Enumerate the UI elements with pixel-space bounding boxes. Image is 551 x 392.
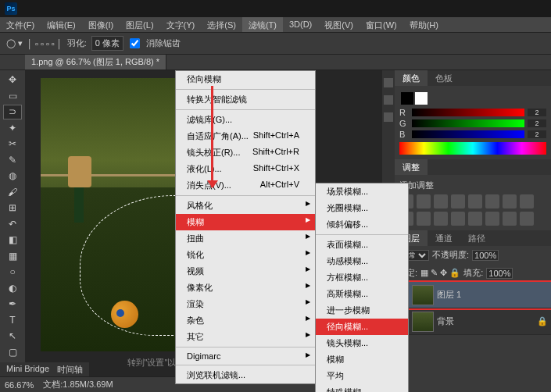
blur-average[interactable]: 平均 xyxy=(316,368,408,384)
adj-icon[interactable] xyxy=(417,212,431,226)
filter-browse[interactable]: 浏览联机滤镜... xyxy=(176,367,315,383)
adj-icon[interactable] xyxy=(451,212,465,226)
lasso-tool[interactable]: ⊃ xyxy=(3,105,22,119)
filter-adaptive[interactable]: 自适应广角(A)...Shift+Ctrl+A xyxy=(176,128,315,144)
adj-icon[interactable] xyxy=(485,212,499,226)
menu-view[interactable]: 视图(V) xyxy=(318,17,360,32)
swatches-tab[interactable]: 色板 xyxy=(428,70,460,86)
blur-radial[interactable]: 径向模糊... xyxy=(316,319,408,335)
blur-box[interactable]: 方框模糊... xyxy=(316,269,408,286)
heal-tool[interactable]: ◍ xyxy=(3,169,22,184)
crop-tool[interactable]: ✂ xyxy=(3,137,22,151)
eraser-tool[interactable]: ◧ xyxy=(3,233,22,248)
filter-liquify[interactable]: 液化(L)...Shift+Ctrl+X xyxy=(176,161,315,177)
filter-render[interactable]: 渲染 xyxy=(176,296,315,312)
marquee-tool[interactable]: ▭ xyxy=(3,89,22,104)
type-tool[interactable]: T xyxy=(3,313,22,328)
filter-last[interactable]: 径向模糊 xyxy=(176,71,315,87)
blur-special[interactable]: 特殊模糊... xyxy=(316,384,408,392)
filter-smart[interactable]: 转换为智能滤镜 xyxy=(176,91,315,108)
brush-tool[interactable]: 🖌 xyxy=(3,185,22,200)
zoom-level[interactable]: 66.67% xyxy=(5,380,34,390)
filter-video[interactable]: 视频 xyxy=(176,263,315,280)
b-slider[interactable] xyxy=(412,130,524,138)
channels-tab[interactable]: 通道 xyxy=(428,230,460,246)
fill-input[interactable]: 100% xyxy=(486,268,513,279)
filter-distort[interactable]: 扭曲 xyxy=(176,230,315,247)
blur-tilt[interactable]: 倾斜偏移... xyxy=(316,216,408,233)
filter-vanish[interactable]: 消失点(V)...Alt+Ctrl+V xyxy=(176,177,315,194)
layer-1[interactable]: 👁 图层 1 xyxy=(395,282,551,308)
filter-lens[interactable]: 镜头校正(R)...Shift+Ctrl+R xyxy=(176,144,315,161)
adj-icon[interactable] xyxy=(434,212,448,226)
menu-edit[interactable]: 编辑(E) xyxy=(41,17,82,32)
antialias-checkbox[interactable] xyxy=(130,38,140,48)
filter-stylize[interactable]: 风格化 xyxy=(176,198,315,214)
adj-icon[interactable] xyxy=(503,194,517,208)
wand-tool[interactable]: ✦ xyxy=(3,121,22,136)
layer-name[interactable]: 背景 xyxy=(437,315,454,327)
dodge-tool[interactable]: ◐ xyxy=(3,281,22,296)
adj-icon[interactable] xyxy=(503,212,517,226)
color-tab[interactable]: 颜色 xyxy=(395,70,428,86)
blur-motion[interactable]: 动感模糊... xyxy=(316,253,408,269)
menu-type[interactable]: 文字(Y) xyxy=(160,17,202,32)
layer-thumb[interactable] xyxy=(412,312,434,332)
menu-file[interactable]: 文件(F) xyxy=(0,17,41,32)
stamp-tool[interactable]: ⊞ xyxy=(3,201,22,216)
menu-image[interactable]: 图像(I) xyxy=(82,17,120,32)
blur-gaussian[interactable]: 高斯模糊... xyxy=(316,286,408,302)
adj-icon[interactable] xyxy=(417,194,431,208)
menu-filter[interactable]: 滤镜(T) xyxy=(242,17,283,32)
g-value[interactable]: 2 xyxy=(528,119,546,127)
eyedropper-tool[interactable]: ✎ xyxy=(3,153,22,168)
menu-select[interactable]: 选择(S) xyxy=(201,17,242,32)
tool-preset[interactable]: ◯ ▾ xyxy=(6,38,23,48)
r-value[interactable]: 2 xyxy=(528,109,546,116)
adj-icon[interactable] xyxy=(451,194,465,208)
adj-icon[interactable] xyxy=(468,212,482,226)
fg-swatch[interactable] xyxy=(401,92,413,105)
blur-field[interactable]: 场景模糊... xyxy=(316,184,408,200)
adj-icon[interactable] xyxy=(468,194,482,208)
menu-help[interactable]: 帮助(H) xyxy=(403,17,445,32)
move-tool[interactable]: ✥ xyxy=(3,73,22,87)
shape-tool[interactable]: ▢ xyxy=(3,345,22,360)
g-slider[interactable] xyxy=(412,119,524,127)
color-spectrum[interactable] xyxy=(399,142,546,155)
mini-bridge-tab[interactable]: Mini Bridge xyxy=(6,364,49,375)
path-tool[interactable]: ↖ xyxy=(3,329,22,344)
b-value[interactable]: 2 xyxy=(528,130,546,138)
adj-icon[interactable] xyxy=(520,194,534,208)
paths-tab[interactable]: 路径 xyxy=(460,230,493,246)
blur-further[interactable]: 进一步模糊 xyxy=(316,302,408,319)
layer-thumb[interactable] xyxy=(412,285,434,305)
adj-icon[interactable] xyxy=(485,194,499,208)
menu-3d[interactable]: 3D(D) xyxy=(283,17,318,32)
blur-lens[interactable]: 镜头模糊... xyxy=(316,335,408,351)
filter-pixelate[interactable]: 像素化 xyxy=(176,280,315,296)
r-slider[interactable] xyxy=(412,109,524,116)
bg-swatch[interactable] xyxy=(415,92,428,105)
blur-iris[interactable]: 光圈模糊... xyxy=(316,200,408,216)
blur-blur[interactable]: 模糊 xyxy=(316,351,408,368)
blur-surface[interactable]: 表面模糊... xyxy=(316,237,408,253)
layer-bg[interactable]: 👁 背景 🔒 xyxy=(395,308,551,335)
filter-blur[interactable]: 模糊 xyxy=(176,214,315,230)
adj-icon[interactable] xyxy=(520,212,534,226)
filter-sharpen[interactable]: 锐化 xyxy=(176,247,315,263)
history-tool[interactable]: ↶ xyxy=(3,217,22,232)
layer-name[interactable]: 图层 1 xyxy=(437,289,461,301)
adj-icon[interactable] xyxy=(434,194,448,208)
menu-window[interactable]: 窗口(W) xyxy=(360,17,403,32)
pen-tool[interactable]: ✒ xyxy=(3,297,22,312)
menu-layer[interactable]: 图层(L) xyxy=(120,17,159,32)
adjustments-tab[interactable]: 调整 xyxy=(395,159,428,175)
gradient-tool[interactable]: ▦ xyxy=(3,249,22,264)
blur-tool[interactable]: ○ xyxy=(3,265,22,280)
filter-noise[interactable]: 杂色 xyxy=(176,312,315,329)
opacity-input[interactable]: 100% xyxy=(472,250,499,261)
filter-digimarc[interactable]: Digimarc xyxy=(176,349,315,363)
timeline-tab[interactable]: 时间轴 xyxy=(57,364,83,375)
filter-gallery[interactable]: 滤镜库(G)... xyxy=(176,112,315,128)
